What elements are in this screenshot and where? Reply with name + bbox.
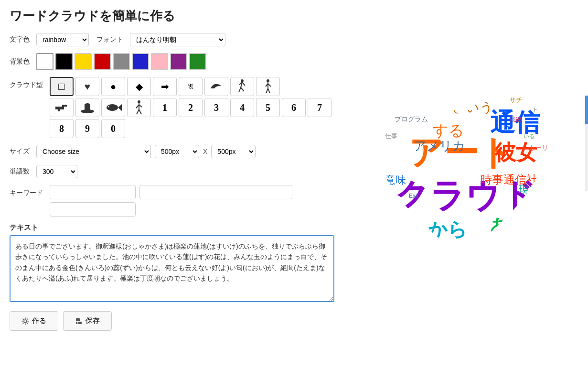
- svg-text:消費: 消費: [500, 264, 511, 271]
- shape-stand[interactable]: [256, 77, 280, 96]
- main-textarea[interactable]: ある日の事でございます。御釈迦様(おしゃかさま)は極楽の蓮池(はすいけ)のふちを…: [10, 235, 334, 302]
- svg-point-27: [24, 320, 27, 323]
- shape-gun[interactable]: [50, 98, 74, 117]
- shape-num5[interactable]: 5: [256, 98, 280, 117]
- svg-line-8: [266, 88, 268, 93]
- svg-text:ため: ため: [552, 212, 564, 218]
- svg-text:全: 全: [538, 197, 544, 204]
- svg-text:アメリカ: アメリカ: [414, 139, 465, 153]
- svg-line-2: [239, 87, 241, 92]
- text-label: テキスト: [10, 223, 334, 232]
- svg-text:ロサンゼルス: ロサンゼルス: [466, 87, 501, 94]
- bg-color-swatches: [36, 53, 206, 70]
- swatch-green[interactable]: [189, 53, 206, 70]
- shape-heart[interactable]: ♥: [75, 77, 99, 96]
- svg-point-0: [241, 79, 244, 82]
- keyword-input-1[interactable]: [50, 185, 136, 199]
- svg-text:漫品: 漫品: [442, 270, 453, 275]
- shape-arrow[interactable]: ➡: [153, 77, 177, 96]
- svg-text:なつ: なつ: [380, 226, 392, 233]
- shape-fish[interactable]: [101, 98, 125, 117]
- svg-rect-30: [77, 322, 78, 324]
- swatch-gray[interactable]: [113, 53, 130, 70]
- scrollbar-thumb[interactable]: [585, 96, 588, 124]
- svg-rect-28: [76, 318, 80, 321]
- svg-rect-14: [58, 109, 60, 111]
- swatch-red[interactable]: [94, 53, 111, 70]
- size-width-select[interactable]: 300px 400px 500px 600px 700px 800px: [155, 145, 199, 158]
- size-height-select[interactable]: 300px 400px 500px 600px 700px 800px: [211, 145, 256, 158]
- word-count-select[interactable]: 100 200 300 500 1000: [36, 165, 77, 178]
- bg-color-label: 背景色: [10, 57, 30, 66]
- svg-text:田: 田: [380, 192, 386, 199]
- create-button[interactable]: 作る: [10, 311, 58, 331]
- save-button[interactable]: 保存: [63, 311, 112, 331]
- shape-walk[interactable]: [127, 98, 151, 117]
- svg-text:プログラム: プログラム: [395, 115, 428, 123]
- size-choose-select[interactable]: Choose size 500x500 800x600 1000x1000: [36, 145, 151, 158]
- swatch-purple[interactable]: [170, 53, 187, 70]
- svg-line-4: [242, 82, 245, 86]
- shape-num3[interactable]: 3: [204, 98, 228, 117]
- shape-num7[interactable]: 7: [308, 98, 331, 117]
- svg-text:国策: 国策: [519, 211, 532, 218]
- svg-text:ピス: ピス: [533, 106, 545, 113]
- shape-circle[interactable]: ●: [101, 77, 125, 96]
- shape-num8[interactable]: 8: [50, 119, 74, 138]
- svg-line-23: [137, 109, 139, 114]
- shape-bird[interactable]: 𝔄: [179, 77, 203, 96]
- shape-num9[interactable]: 9: [75, 119, 99, 138]
- swatch-black[interactable]: [55, 53, 73, 70]
- cloud-type-label: クラウド型: [10, 81, 43, 89]
- size-label: サイズ: [10, 147, 30, 156]
- svg-text:仕事: 仕事: [385, 132, 397, 140]
- shape-hat[interactable]: [75, 98, 99, 117]
- shape-diamond[interactable]: ◆: [127, 77, 151, 96]
- svg-point-20: [108, 106, 109, 108]
- svg-text:マルコ: マルコ: [399, 264, 418, 271]
- shape-run[interactable]: [230, 77, 254, 96]
- shape-num2[interactable]: 2: [179, 98, 203, 117]
- svg-text:まで: まで: [547, 231, 559, 238]
- shape-rectangle[interactable]: □: [50, 77, 74, 96]
- font-label: フォント: [96, 35, 123, 44]
- swatch-white[interactable]: [36, 53, 53, 70]
- shape-num6[interactable]: 6: [282, 98, 306, 117]
- swatch-yellow[interactable]: [75, 53, 92, 70]
- svg-text:サチ: サチ: [509, 96, 523, 104]
- swatch-blue[interactable]: [132, 53, 149, 70]
- svg-rect-29: [76, 322, 82, 324]
- svg-text:ある: ある: [490, 216, 525, 235]
- keyword-input-3[interactable]: [50, 202, 136, 217]
- swatch-pink[interactable]: [151, 53, 168, 70]
- wordcloud-display: アート クラウド 通信 彼女 から ある 映画 する という アメリカ 時事通信…: [347, 54, 576, 284]
- save-button-label: 保存: [86, 316, 100, 325]
- shape-num0[interactable]: 0: [101, 119, 125, 138]
- word-count-label: 単語数: [10, 167, 30, 176]
- page-title: ワードクラウドを簡単に作る: [10, 8, 334, 24]
- svg-rect-13: [62, 105, 67, 107]
- svg-point-6: [267, 79, 269, 82]
- svg-text:意味: 意味: [385, 174, 406, 186]
- font-color-select[interactable]: rainbow random black white: [36, 33, 89, 46]
- gear-icon: [21, 317, 29, 325]
- shape-num4[interactable]: 4: [230, 98, 254, 117]
- font-color-label: 文字色: [10, 35, 30, 44]
- svg-text:いる: いる: [524, 133, 535, 140]
- svg-point-17: [85, 103, 90, 106]
- shape-bird2[interactable]: [204, 77, 228, 96]
- font-select[interactable]: はんなり明朝 ゴシック 明朝: [130, 33, 225, 46]
- svg-text:全満: 全満: [395, 248, 405, 254]
- svg-text:現在: 現在: [519, 184, 540, 195]
- svg-line-9: [268, 88, 270, 93]
- svg-text:カーリー: カーリー: [528, 144, 555, 152]
- svg-text:という: という: [452, 100, 493, 115]
- shape-num1[interactable]: 1: [153, 98, 177, 117]
- svg-text:モの: モの: [385, 208, 404, 219]
- svg-line-3: [241, 87, 244, 91]
- svg-point-18: [107, 104, 118, 111]
- save-icon: [75, 317, 83, 325]
- svg-text:から: から: [428, 219, 467, 240]
- keyword-input-2[interactable]: [139, 185, 292, 199]
- svg-text:マルク: マルク: [457, 259, 477, 266]
